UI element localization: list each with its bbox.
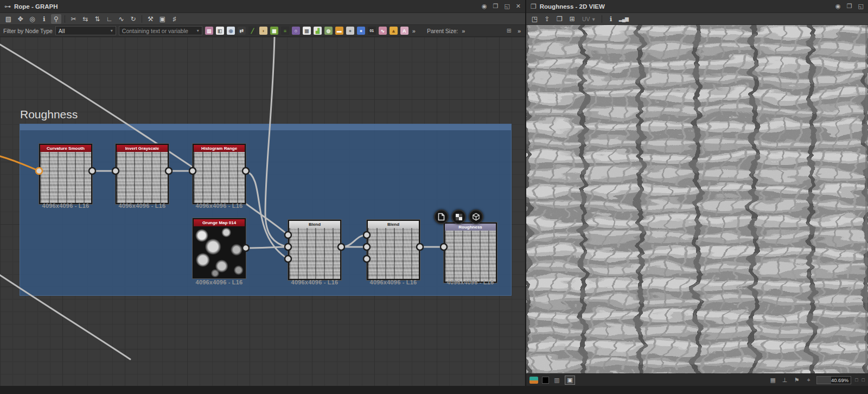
tools-icon[interactable]: ⚒ xyxy=(145,14,156,24)
filter-uniform-color-icon[interactable]: ▨ xyxy=(205,27,213,35)
filter-sphere-icon[interactable]: ● xyxy=(346,27,354,35)
zoom-level-field[interactable]: 40.69% xyxy=(816,376,851,384)
graph-filter-bar: Filter by Node Type All ▾ Containing tex… xyxy=(0,25,525,37)
histogram-icon[interactable]: ▂▄▆ xyxy=(618,14,629,24)
node-thumbnail xyxy=(289,228,340,279)
view-3d-button[interactable] xyxy=(469,209,483,224)
save-image-icon[interactable]: ◳ xyxy=(529,14,540,24)
thumbnails-icon[interactable]: ▣ xyxy=(157,14,168,24)
pan-icon[interactable]: ✥ xyxy=(15,14,25,24)
relayout-icon[interactable]: ↻ xyxy=(128,14,138,24)
node-blend-1[interactable]: Blend xyxy=(288,220,341,280)
info-icon[interactable]: ℹ xyxy=(39,14,49,24)
filter-channel-shuffle-icon[interactable]: ⇄ xyxy=(238,27,246,35)
filter-text-icon[interactable]: A xyxy=(400,27,409,35)
zoom-widget-a[interactable]: □ xyxy=(855,377,858,383)
export-document-button[interactable] xyxy=(434,209,449,224)
filter-blur-icon[interactable]: ◉ xyxy=(227,27,235,35)
center-view-icon[interactable]: ⌖ xyxy=(805,377,813,384)
image-info-icon[interactable]: ℹ xyxy=(606,14,616,24)
filter-overflow-icon[interactable]: » xyxy=(411,28,417,34)
flag-icon[interactable]: ⚑ xyxy=(793,377,801,384)
toolbar-separator xyxy=(142,15,142,23)
library-icon[interactable]: ▧ xyxy=(3,14,14,24)
tiling-icon[interactable]: ▦ xyxy=(769,377,777,384)
node-header: Curvature Smooth xyxy=(40,145,91,152)
filter-bitmap-icon[interactable]: 01 xyxy=(368,27,376,35)
snapshot-icon[interactable]: ◎ xyxy=(27,14,37,24)
node-type-select[interactable]: All ▾ xyxy=(55,26,116,35)
parent-size-overflow-icon[interactable]: » xyxy=(461,28,466,34)
cube-icon xyxy=(472,213,480,221)
align-vertical-icon[interactable]: ⇅ xyxy=(92,14,103,24)
node-blend-2[interactable]: Blend xyxy=(367,220,420,280)
search-icon[interactable]: ⚲ xyxy=(51,14,61,24)
node-thumbnail xyxy=(194,152,245,203)
chevron-down-icon: ▾ xyxy=(107,28,113,33)
copy-image-icon[interactable]: ❐ xyxy=(554,14,565,24)
filter-slope-blur-icon[interactable]: ╱ xyxy=(248,27,257,35)
snap-grid-icon[interactable]: ♯ xyxy=(169,14,180,24)
graph-panel-title: Rope - GRAPH xyxy=(14,3,58,10)
straight-links-icon[interactable]: ∟ xyxy=(104,14,114,24)
background-color-swatch[interactable] xyxy=(542,377,549,384)
restore-window-icon[interactable]: ❐ xyxy=(847,3,852,10)
node-header: Blend xyxy=(289,221,340,228)
image-icon[interactable]: ▣ xyxy=(565,376,575,385)
filter-grid-icon[interactable]: ▦ xyxy=(303,27,311,35)
node-resolution-caption: 4096x4096 - L16 xyxy=(187,202,252,209)
roughness-texture-image xyxy=(526,25,868,373)
graph-canvas[interactable]: Roughness Curvature Smooth xyxy=(0,37,525,386)
node-type-value: All xyxy=(59,28,65,34)
uv-mode-value: UV xyxy=(582,16,590,22)
node-thumbnail xyxy=(194,226,245,277)
node-histogram-range[interactable]: Histogram Range xyxy=(193,144,246,204)
export-image-icon[interactable]: ⇪ xyxy=(542,14,552,24)
close-icon[interactable]: ✕ xyxy=(516,3,521,10)
filtering-icon[interactable]: ⊥ xyxy=(781,377,789,384)
maximize-window-icon[interactable]: ◱ xyxy=(858,3,864,10)
toolbar-separator xyxy=(65,15,65,23)
graph-panel: ⊶ Rope - GRAPH ◉ ❐ ◱ ✕ ▧ ✥ ◎ ℹ ⚲ ✂ ⇆ ⇅ ∟… xyxy=(0,0,525,386)
channels-icon[interactable] xyxy=(529,377,538,384)
filter-capsule-icon[interactable]: ▬ xyxy=(335,27,343,35)
curved-links-icon[interactable]: ∿ xyxy=(116,14,126,24)
node-curvature-smooth[interactable]: Curvature Smooth xyxy=(39,144,92,204)
zoom-fill xyxy=(817,377,831,384)
filter-image-icon[interactable]: ▦ xyxy=(270,27,278,35)
filter-bar-overflow-icon[interactable]: » xyxy=(516,28,522,34)
align-horizontal-icon[interactable]: ⇆ xyxy=(80,14,91,24)
pin-icon[interactable]: ◉ xyxy=(835,3,841,10)
text-filter-select[interactable]: Containing text or variable ▾ xyxy=(119,26,202,35)
dock-options-icon[interactable]: ⊞ xyxy=(505,27,513,34)
filter-warning-icon[interactable]: ▲ xyxy=(390,27,398,35)
frame-title: Roughness xyxy=(20,108,78,121)
zoom-widget-b[interactable]: □ xyxy=(862,377,865,383)
node-resolution-caption: 4096x4096 - L16 xyxy=(438,279,503,285)
filter-warp-icon[interactable]: ◗ xyxy=(259,27,267,35)
filter-curve-icon[interactable]: ∿ xyxy=(379,27,387,35)
filter-levels-icon[interactable]: ≡ xyxy=(281,27,289,35)
filter-gradient-icon[interactable]: ◍ xyxy=(324,27,333,35)
view-2d-button[interactable] xyxy=(451,209,466,224)
uv-mode-select[interactable]: UV ▾ xyxy=(579,16,598,22)
node-header: Blend xyxy=(368,221,419,228)
filter-blend-icon[interactable]: ◧ xyxy=(216,27,224,35)
maximize-window-icon[interactable]: ◱ xyxy=(504,3,509,10)
node-roughness-output[interactable]: Roughness xyxy=(444,223,497,283)
vertical-scrollbar[interactable] xyxy=(865,25,867,373)
cut-links-icon[interactable]: ✂ xyxy=(68,14,79,24)
panel-divider[interactable] xyxy=(525,0,526,394)
node-header: Roughness xyxy=(445,224,496,231)
restore-window-icon[interactable]: ❐ xyxy=(493,3,499,10)
filter-normal-sphere-icon[interactable]: ● xyxy=(357,27,365,35)
pin-icon[interactable]: ◉ xyxy=(482,3,487,10)
node-resolution-caption: 4096x4096 - L16 xyxy=(361,279,426,285)
new-resource-icon[interactable]: ⊞ xyxy=(567,14,577,24)
grid-icon[interactable]: ▥ xyxy=(553,377,561,384)
filter-histogram-icon[interactable]: ▟ xyxy=(314,27,322,35)
texture-viewport[interactable] xyxy=(526,25,868,373)
node-grunge-map-014[interactable]: Grunge Map 014 xyxy=(193,218,246,278)
filter-hsl-icon[interactable]: ○ xyxy=(292,27,300,35)
node-invert-grayscale[interactable]: Invert Grayscale xyxy=(116,144,169,204)
